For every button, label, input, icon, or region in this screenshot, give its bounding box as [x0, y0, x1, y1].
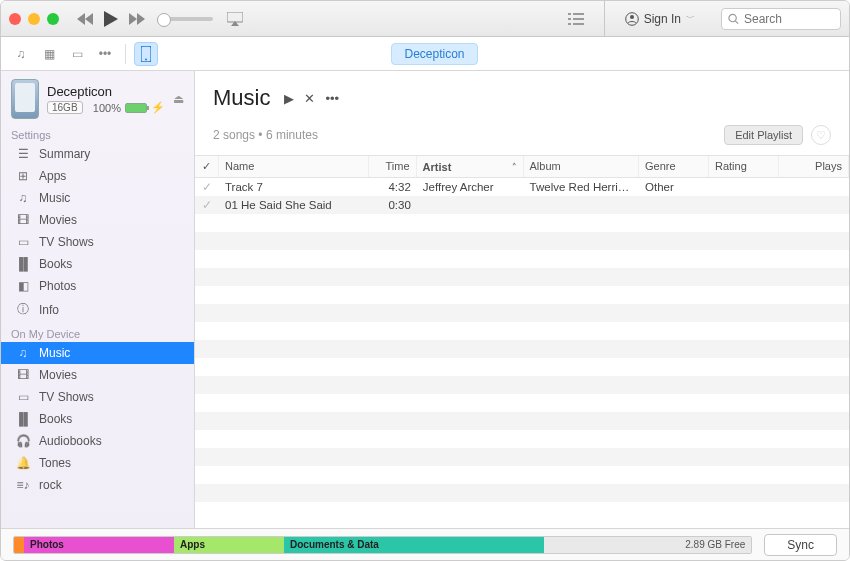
movies-icon: 🎞 — [15, 368, 31, 382]
col-check[interactable]: ✓ — [195, 156, 219, 177]
info-icon: ⓘ — [15, 301, 31, 318]
list-meta: 2 songs • 6 minutes — [213, 128, 318, 142]
minimize-button[interactable] — [28, 13, 40, 25]
usage-seg-other — [14, 537, 24, 553]
list-view-icon[interactable] — [564, 7, 588, 31]
tones-icon: 🔔 — [15, 456, 31, 470]
device-tab-icon[interactable] — [134, 42, 158, 66]
main-area: Decepticon 16GB 100% ⚡ ⏏ Settings ☰Summa… — [1, 71, 849, 528]
transport-controls — [73, 7, 149, 31]
previous-track-button[interactable] — [73, 7, 97, 31]
audiobooks-icon: 🎧 — [15, 434, 31, 448]
col-name[interactable]: Name — [219, 156, 369, 177]
col-rating[interactable]: Rating — [709, 156, 779, 177]
next-track-button[interactable] — [125, 7, 149, 31]
music-tab-icon[interactable]: ♫ — [9, 42, 33, 66]
sidebar-item-device-tones[interactable]: 🔔Tones — [1, 452, 194, 474]
books-icon: ▐▌ — [15, 257, 31, 271]
music-icon: ♫ — [15, 191, 31, 205]
row-check-icon[interactable]: ✓ — [195, 196, 219, 214]
sort-ascending-icon: ˄ — [512, 162, 517, 172]
sidebar-item-movies[interactable]: 🎞Movies — [1, 209, 194, 231]
device-image — [11, 79, 39, 119]
device-header: Decepticon 16GB 100% ⚡ ⏏ — [1, 71, 194, 123]
svg-point-2 — [630, 15, 634, 19]
airplay-icon[interactable] — [223, 7, 247, 31]
track-rows: ✓ Track 7 4:32 Jeffrey Archer Twelve Red… — [195, 178, 849, 528]
movies-tab-icon[interactable]: ▦ — [37, 42, 61, 66]
sidebar-item-device-books[interactable]: ▐▌Books — [1, 408, 194, 430]
play-button[interactable] — [99, 7, 123, 31]
sidebar-item-music[interactable]: ♫Music — [1, 187, 194, 209]
table-row[interactable]: ✓ Track 7 4:32 Jeffrey Archer Twelve Red… — [195, 178, 849, 196]
sync-button[interactable]: Sync — [764, 534, 837, 556]
sidebar: Decepticon 16GB 100% ⚡ ⏏ Settings ☰Summa… — [1, 71, 195, 528]
svg-point-5 — [145, 58, 147, 60]
apps-icon: ⊞ — [15, 169, 31, 183]
row-check-icon[interactable]: ✓ — [195, 178, 219, 196]
photos-icon: ◧ — [15, 279, 31, 293]
chevron-down-icon: ﹀ — [686, 12, 695, 25]
svg-rect-0 — [227, 12, 243, 22]
person-icon — [625, 12, 639, 26]
sidebar-item-device-movies[interactable]: 🎞Movies — [1, 364, 194, 386]
sidebar-item-device-playlist-rock[interactable]: ≡♪rock — [1, 474, 194, 496]
music-icon: ♫ — [15, 346, 31, 360]
bottom-bar: Photos Apps Documents & Data 2.89 GB Fre… — [1, 528, 849, 560]
battery-icon — [125, 103, 147, 113]
col-album[interactable]: Album — [524, 156, 639, 177]
usage-seg-photos: Photos — [24, 537, 174, 553]
sidebar-item-summary[interactable]: ☰Summary — [1, 143, 194, 165]
love-button[interactable]: ♡ — [811, 125, 831, 145]
col-genre[interactable]: Genre — [639, 156, 709, 177]
zoom-button[interactable] — [47, 13, 59, 25]
charging-icon: ⚡ — [151, 101, 165, 114]
content-pane: Music ▶ ✕ ••• 2 songs • 6 minutes Edit P… — [195, 71, 849, 528]
more-options-button[interactable]: ••• — [325, 91, 339, 106]
page-title: Music — [213, 85, 270, 111]
play-all-button[interactable]: ▶ — [284, 91, 294, 106]
sidebar-item-apps[interactable]: ⊞Apps — [1, 165, 194, 187]
sidebar-item-device-music[interactable]: ♫Music — [1, 342, 194, 364]
sidebar-item-tvshows[interactable]: ▭TV Shows — [1, 231, 194, 253]
sign-in-button[interactable]: Sign In ﹀ — [613, 12, 707, 26]
summary-icon: ☰ — [15, 147, 31, 161]
usage-seg-apps: Apps — [174, 537, 284, 553]
usage-seg-free: 2.89 GB Free — [544, 537, 751, 553]
titlebar: Sign In ﹀ — [1, 1, 849, 37]
sign-in-label: Sign In — [644, 12, 681, 26]
col-plays[interactable]: Plays — [779, 156, 849, 177]
sidebar-item-device-audiobooks[interactable]: 🎧Audiobooks — [1, 430, 194, 452]
device-name-pill[interactable]: Decepticon — [391, 43, 477, 65]
search-input[interactable] — [744, 12, 834, 26]
books-icon: ▐▌ — [15, 412, 31, 426]
battery-percent: 100% — [93, 102, 121, 114]
col-time[interactable]: Time — [369, 156, 417, 177]
tv-tab-icon[interactable]: ▭ — [65, 42, 89, 66]
tv-icon: ▭ — [15, 390, 31, 404]
movies-icon: 🎞 — [15, 213, 31, 227]
search-field[interactable] — [721, 8, 841, 30]
col-artist[interactable]: Artist˄ — [417, 156, 524, 177]
shuffle-button[interactable]: ✕ — [304, 91, 315, 106]
window-controls — [9, 13, 59, 25]
close-button[interactable] — [9, 13, 21, 25]
divider — [125, 44, 126, 64]
empty-rows — [195, 214, 849, 514]
svg-point-3 — [729, 14, 736, 21]
list-header: Music ▶ ✕ ••• — [195, 71, 849, 117]
more-tab-icon[interactable]: ••• — [93, 42, 117, 66]
table-row[interactable]: ✓ 01 He Said She Said 0:30 — [195, 196, 849, 214]
sidebar-item-books[interactable]: ▐▌Books — [1, 253, 194, 275]
sidebar-item-photos[interactable]: ◧Photos — [1, 275, 194, 297]
tv-icon: ▭ — [15, 235, 31, 249]
search-icon — [728, 13, 739, 25]
on-device-section-title: On My Device — [1, 322, 194, 342]
table-header: ✓ Name Time Artist˄ Album Genre Rating P… — [195, 155, 849, 178]
edit-playlist-button[interactable]: Edit Playlist — [724, 125, 803, 145]
sidebar-item-device-tvshows[interactable]: ▭TV Shows — [1, 386, 194, 408]
volume-slider[interactable] — [157, 17, 213, 21]
sidebar-item-info[interactable]: ⓘInfo — [1, 297, 194, 322]
eject-button[interactable]: ⏏ — [173, 92, 184, 106]
media-source-toolbar: ♫ ▦ ▭ ••• Decepticon — [1, 37, 849, 71]
